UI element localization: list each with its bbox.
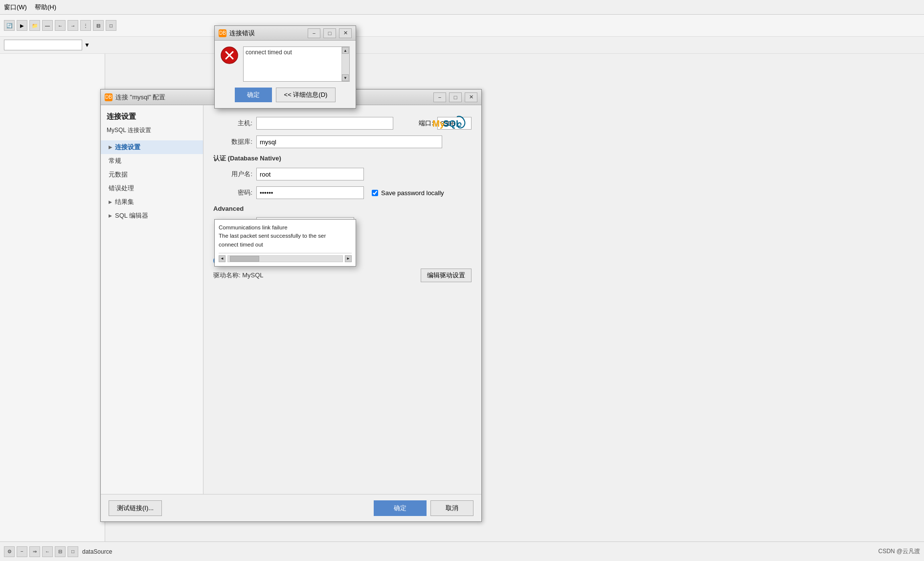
database-input[interactable] [256, 135, 442, 148]
sidebar-item-metadata-label: 元数据 [109, 170, 128, 179]
toolbar-icon-6[interactable]: → [68, 20, 78, 31]
error-dialog-title: 连接错误 [229, 29, 305, 38]
sidebar-item-resultset-label: 结果集 [115, 198, 134, 206]
username-row: 用户名: [213, 168, 472, 180]
conn-dialog-icon: DB [105, 93, 113, 101]
scroll-right-button[interactable]: ► [345, 255, 352, 262]
close-button[interactable]: ✕ [465, 92, 477, 102]
conn-dialog-footer: 测试链接(I)... 确定 取消 [101, 494, 481, 521]
detail-line2: The last packet sent successfully to the… [219, 232, 352, 240]
detail-line1: Communications link failure [219, 224, 352, 232]
test-connection-button[interactable]: 测试链接(I)... [109, 500, 162, 516]
username-label: 用户名: [213, 170, 252, 179]
sidebar-item-sqleditor-label: SQL 编辑器 [115, 211, 148, 220]
advanced-title: Advanced [213, 205, 472, 212]
menu-item-window[interactable]: 窗口(W) [4, 3, 27, 12]
datasource-section: ⚙ − ⇒ ← ⊟ □ dataSource [4, 546, 112, 557]
error-message-text: connect timed out [246, 49, 347, 56]
minimize-icon[interactable]: ⊟ [55, 546, 66, 557]
host-input[interactable] [256, 117, 393, 130]
error-dialog: DB 连接错误 − □ ✕ connect timed out ▲ ▼ 确定 <… [214, 25, 356, 109]
conn-sidebar-header: 连接设置 [101, 110, 203, 125]
toolbar-icon-9[interactable]: □ [106, 20, 116, 31]
database-label: 数据库: [213, 137, 252, 146]
scroll-thumb[interactable] [230, 256, 259, 262]
auth-section-title: 认证 (Database Native) [213, 154, 472, 163]
toolbar-icon-1[interactable]: 🔄 [4, 20, 15, 31]
edit-driver-button[interactable]: 编辑驱动设置 [421, 269, 472, 282]
forward-icon[interactable]: ⇒ [29, 546, 40, 557]
error-message-box: connect timed out ▲ ▼ [243, 46, 350, 82]
port-label: 端口: [419, 119, 433, 128]
save-password-row: Save password locally [372, 189, 444, 197]
back-icon[interactable]: ← [42, 546, 53, 557]
error-minimize-button[interactable]: − [308, 28, 320, 38]
sidebar-item-error-label: 错误处理 [109, 184, 134, 193]
conn-sidebar-subtitle: MySQL 连接设置 [101, 125, 203, 140]
maximize-button[interactable]: □ [449, 92, 462, 102]
error-detail-button[interactable]: << 详细信息(D) [276, 88, 336, 102]
error-close-button[interactable]: ✕ [339, 28, 352, 38]
sidebar-item-metadata[interactable]: 元数据 [101, 168, 203, 181]
save-password-label: Save password locally [381, 189, 444, 197]
scroll-up-button[interactable]: ▲ [342, 47, 349, 54]
detail-scroll-row: ◄ ► [219, 253, 352, 262]
svg-text:SQL: SQL [443, 119, 461, 129]
save-password-checkbox[interactable] [372, 190, 378, 196]
toolbar-icon-4[interactable]: — [42, 20, 53, 31]
search-input[interactable] [4, 40, 82, 50]
minimize-button[interactable]: − [433, 92, 446, 102]
datasource-label: dataSource [82, 548, 112, 555]
error-icon [221, 46, 238, 64]
toolbar-icon-3[interactable]: 📁 [29, 20, 40, 31]
toolbar-icon-7[interactable]: ⋮ [80, 20, 91, 31]
conn-sidebar: 连接设置 MySQL 连接设置 连接设置 常规 元数据 错误处理 结果集 SQL… [101, 105, 203, 494]
csdn-label: CSDN @云凡渡 [878, 547, 920, 556]
conn-config-dialog: DB 连接 "mysql" 配置 − □ ✕ 连接设置 MySQL 连接设置 连… [100, 89, 482, 522]
driver-label: 驱动名称: MySQL [213, 271, 264, 280]
driver-row: 驱动名称: MySQL 编辑驱动设置 [213, 269, 472, 282]
left-panel [0, 54, 105, 541]
settings-icon[interactable]: ⚙ [4, 546, 15, 557]
search-bar: ▼ [0, 37, 924, 54]
error-maximize-button[interactable]: □ [323, 28, 336, 38]
host-label: 主机: [213, 119, 252, 128]
cancel-button[interactable]: 取消 [430, 500, 473, 516]
username-input[interactable] [256, 168, 364, 180]
error-detail-box: Communications link failure The last pac… [214, 219, 356, 267]
sidebar-item-general[interactable]: 常规 [101, 154, 203, 168]
bottom-bar: ⚙ − ⇒ ← ⊟ □ dataSource CSDN @云凡渡 [0, 541, 924, 561]
error-dialog-body: connect timed out ▲ ▼ [215, 41, 356, 88]
toolbar: 🔄 ▶ 📁 — ← → ⋮ ⊟ □ [0, 15, 924, 37]
error-ok-button[interactable]: 确定 [235, 88, 272, 102]
password-label: 密码: [213, 188, 252, 197]
bottom-toolbar: ⚙ − ⇒ ← ⊟ □ [4, 546, 78, 557]
error-dialog-buttons: 确定 << 详细信息(D) [215, 88, 356, 108]
sidebar-item-connection-label: 连接设置 [115, 143, 140, 152]
password-row: 密码: Save password locally [213, 186, 472, 199]
menu-item-help[interactable]: 帮助(H) [35, 3, 56, 12]
database-row: 数据库: [213, 135, 472, 148]
sidebar-item-connection[interactable]: 连接设置 [101, 140, 203, 154]
horizontal-scrollbar[interactable] [227, 255, 343, 262]
conn-content: My SQL 主机: 端口: 数据库: 认证 (Database Native)… [203, 105, 481, 494]
sidebar-item-sqleditor[interactable]: SQL 编辑器 [101, 209, 203, 223]
mysql-logo: My SQL [432, 113, 472, 134]
ok-button[interactable]: 确定 [374, 500, 427, 516]
error-dialog-titlebar: DB 连接错误 − □ ✕ [215, 26, 356, 41]
sidebar-item-general-label: 常规 [109, 157, 121, 165]
toolbar-icon-5[interactable]: ← [55, 20, 66, 31]
minus-icon[interactable]: − [17, 546, 27, 557]
error-dialog-icon: DB [219, 29, 226, 37]
toolbar-icon-8[interactable]: ⊟ [93, 20, 104, 31]
scrollbar-right[interactable]: ▲ ▼ [341, 47, 349, 81]
password-input[interactable] [256, 186, 364, 199]
menubar: 窗口(W) 帮助(H) [0, 0, 924, 15]
sidebar-item-resultset[interactable]: 结果集 [101, 195, 203, 209]
filter-icon[interactable]: ▼ [84, 42, 90, 48]
expand-icon[interactable]: □ [68, 546, 78, 557]
scroll-down-button[interactable]: ▼ [342, 74, 349, 81]
sidebar-item-error[interactable]: 错误处理 [101, 181, 203, 195]
toolbar-icon-2[interactable]: ▶ [17, 20, 27, 31]
scroll-left-button[interactable]: ◄ [219, 255, 225, 262]
